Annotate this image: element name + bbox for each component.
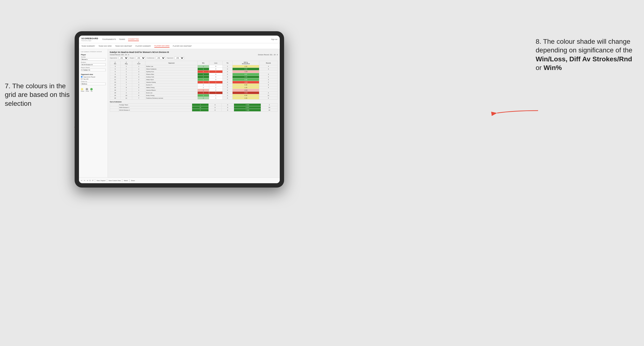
nav-sign-out[interactable]: Sign out: [271, 38, 277, 40]
table-row: NAIA Division 1 15 0 0 9.267 30: [110, 106, 278, 109]
out-of-division-label: Out of division: [110, 101, 278, 103]
cell-reg: 1: [120, 73, 132, 76]
cell-opponent: Jessica Huang: [146, 81, 198, 84]
cell-opponent: Heejo Hyun: [146, 78, 198, 81]
cell-tie: 0: [222, 92, 232, 94]
filter-opponent-select[interactable]: (All): [174, 56, 184, 59]
nav-tournaments[interactable]: TOURNAMENTS: [102, 38, 116, 41]
sub-nav-player-h2h-heatmap[interactable]: PLAYER H2H HEATMAP: [173, 45, 192, 47]
filter-opponent-label: Opponent: [167, 57, 173, 59]
cell-diff: 3.67: [232, 73, 259, 76]
cell-loss: 1: [209, 70, 222, 73]
cell-tie: 0: [222, 70, 232, 73]
toolbar-refresh-icon[interactable]: ↺: [92, 179, 94, 181]
nav-items: TOURNAMENTS TEAMS COMMITTEE: [102, 37, 271, 41]
content-record: Overall Record: 353 - 34 - 6 Division Re…: [110, 54, 278, 55]
cell-opponent: Euna Lee: [146, 92, 198, 94]
tablet-frame: SCOREBOARD Powered by clippd TOURNAMENTS…: [75, 31, 284, 187]
nav-teams[interactable]: TEAMS: [119, 38, 125, 41]
cell-rounds: 6: [259, 97, 278, 100]
toolbar-copy-icon[interactable]: ⎘: [90, 179, 90, 181]
overall-record: Overall Record: 353 - 34 - 6: [110, 54, 129, 55]
nav-committee[interactable]: COMMITTEE: [128, 37, 139, 41]
cell-opponent: Andrea York: [146, 76, 198, 78]
toolbar-redo-icon[interactable]: ↪: [84, 179, 85, 181]
sub-nav-player-summary[interactable]: PLAYER SUMMARY: [136, 45, 151, 47]
sidebar-radio-opponents-played[interactable]: Opponents Played: [81, 76, 106, 78]
cell-win: 5: [192, 109, 209, 112]
cell-win: 4: [198, 94, 209, 97]
cell-opponent: Stella Cheng: [146, 86, 198, 89]
filter-opponents-select[interactable]: (All): [119, 56, 128, 59]
legend-dot-down: [81, 88, 83, 90]
table-row: 11 4 2 Heejo Hyun 1 0 0 3.33 3: [110, 78, 278, 81]
logo-powered: Powered by clippd: [81, 40, 98, 41]
cell-div: 18: [110, 92, 120, 94]
toolbar-watch[interactable]: Watch: [124, 180, 128, 181]
sidebar-colour-by-select[interactable]: Win/loss Diff Av Strokes/Rnd Win%: [81, 83, 106, 85]
cell-diff: 7.400: [234, 109, 261, 112]
col-rounds: Rounds: [259, 61, 278, 65]
colour-legend: Down Level Up: [81, 88, 106, 92]
cell-diff: 4.500: [234, 104, 261, 106]
sidebar-player-rank-label: Player (Rank): [81, 67, 106, 68]
cell-div: 5: [110, 68, 120, 70]
cell-rounds: 9: [259, 84, 278, 86]
cell-opponent: Emily Chang: [146, 94, 198, 97]
toolbar-undo-icon[interactable]: ↩: [81, 179, 82, 181]
cell-tie: 0: [222, 89, 232, 92]
toolbar-divider1: [95, 179, 95, 182]
cell-reg: 10: [120, 94, 132, 97]
cell-win: 1: [198, 89, 209, 92]
cell-conf: 2: [132, 92, 146, 94]
toolbar-view-original[interactable]: View: Original: [96, 180, 106, 181]
sub-nav-player-h2h-grid[interactable]: PLAYER H2H GRID: [154, 44, 170, 48]
cell-diff: 9.267: [234, 106, 261, 109]
col-conf: #Conf: [132, 61, 146, 65]
radio-top100-input[interactable]: [81, 78, 82, 80]
out-division-table: Foreign Team 1 0 0 4.500 2 NAIA Division…: [110, 103, 278, 112]
cell-diff: 3.33: [232, 78, 259, 81]
legend-label-up: Up: [90, 90, 93, 92]
cell-rounds: 2: [261, 104, 278, 106]
cell-loss: 1: [209, 94, 222, 97]
cell-div: 9: [110, 73, 120, 76]
cell-rounds: 4: [259, 76, 278, 78]
sidebar-player-rank-select[interactable]: 8. Katelyn Vo: [81, 69, 106, 71]
cell-tie: 0: [221, 109, 234, 112]
cell-opponent: Alexis Sudjianto: [146, 68, 198, 70]
sub-nav-team-h2h-grid[interactable]: TEAM H2H GRID: [98, 45, 112, 47]
filter-region-select[interactable]: (All): [136, 56, 146, 59]
cell-conf: 2: [132, 68, 146, 70]
main-data-table: #Div #Reg #Conf Opponent Win Loss Tie Di…: [110, 61, 278, 100]
sidebar-division-select[interactable]: NCAA Division III NCAA Division I NCAA D…: [81, 63, 106, 66]
filter-conference-select[interactable]: (All): [156, 56, 166, 59]
toolbar-forward-icon[interactable]: ⇥: [87, 179, 88, 181]
cell-opponent: Sydney Kuo: [146, 70, 198, 73]
toolbar-share[interactable]: Share: [131, 180, 135, 181]
cell-rounds: 10: [261, 109, 278, 112]
sidebar-gender-select[interactable]: Women's Men's: [81, 58, 106, 61]
cell-win: 1: [198, 86, 209, 89]
content-title: Katelyn Vo Head-to-Head Grid for Women's…: [110, 51, 278, 53]
cell-rounds: 3: [259, 68, 278, 70]
sidebar-radio-top100[interactable]: Top 100: [81, 78, 106, 80]
col-div: #Div: [110, 61, 120, 65]
sub-nav-team-summary[interactable]: TEAM SUMMARY: [81, 45, 95, 47]
sub-nav-team-h2h-heatmap[interactable]: TEAM H2H HEATMAP: [115, 45, 132, 47]
toolbar-divider3: [122, 179, 122, 182]
sidebar-colour-by-label: Colour by: [81, 81, 106, 82]
table-row: NCAA Division 2 5 0 0 7.400 10: [110, 109, 278, 112]
cell-reg: 1: [120, 70, 132, 73]
cell-diff: -0.94: [232, 89, 259, 92]
toolbar-save-custom[interactable]: Save Custom View: [108, 180, 121, 181]
logo-scoreboard: SCOREBOARD: [81, 37, 98, 40]
radio-opponents-played-input[interactable]: [81, 76, 82, 78]
table-row: 20 11 7 Federica Domecq Lacroze 2 1 0 1.…: [110, 97, 278, 100]
cell-win: 2: [198, 84, 209, 86]
cell-div: 3: [110, 65, 120, 68]
cell-loss: 0: [209, 76, 222, 78]
cell-conf: 2: [132, 78, 146, 81]
cell-conf: 1: [132, 89, 146, 92]
cell-conf: 4: [132, 73, 146, 76]
